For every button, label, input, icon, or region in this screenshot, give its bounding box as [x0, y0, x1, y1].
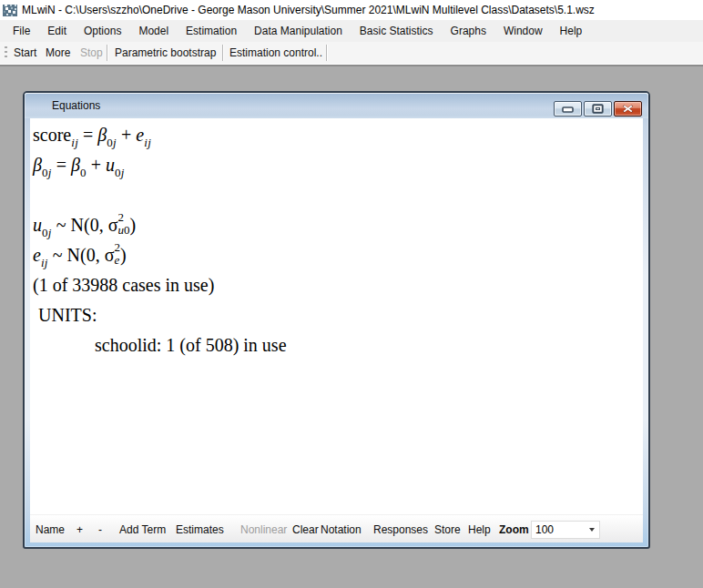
equations-button-zoom[interactable]: Zoom — [499, 523, 529, 536]
menu-bar: FileEditOptionsModelEstimationData Manip… — [0, 20, 703, 42]
equations-button-store[interactable]: Store — [434, 523, 461, 536]
toolbar-button-parametric-bootstrap[interactable]: Parametric bootstrap — [115, 46, 216, 59]
zoom-combobox[interactable]: 100 — [531, 521, 600, 539]
menu-item-window[interactable]: Window — [495, 20, 551, 42]
equations-button-item[interactable]: - — [98, 523, 102, 536]
equation-line-5[interactable]: eij ~ N(0, σ2e) — [33, 240, 643, 270]
close-button[interactable] — [614, 101, 642, 117]
equations-button-add-term[interactable]: Add Term — [119, 523, 166, 536]
equations-button-nonlinear[interactable]: Nonlinear — [240, 523, 287, 536]
toolbar-separator — [222, 45, 224, 61]
window-controls — [552, 101, 642, 117]
menu-item-file[interactable]: File — [5, 20, 38, 42]
equation-line-4[interactable]: u0j ~ N(0, σ2u0) — [33, 210, 643, 240]
equations-button-name[interactable]: Name — [36, 523, 65, 536]
combo-dropdown-arrow-icon[interactable] — [589, 528, 595, 532]
toolbar-button-stop[interactable]: Stop — [80, 46, 103, 59]
estimation-toolbar: StartMoreStopParametric bootstrapEstimat… — [0, 42, 703, 65]
toolbar-button-more[interactable]: More — [46, 46, 70, 59]
equation-line-6[interactable]: (1 of 33988 cases in use) — [33, 270, 643, 300]
minimize-button[interactable] — [554, 101, 582, 117]
equations-canvas[interactable]: scoreij = β0j + eijβ0j = β0 + u0ju0j ~ N… — [30, 118, 643, 514]
equation-line-2[interactable]: β0j = β0 + u0j — [33, 150, 643, 180]
toolbar-separator — [107, 45, 108, 61]
menu-item-options[interactable]: Options — [76, 20, 129, 42]
equations-button-responses[interactable]: Responses — [373, 523, 428, 536]
equations-window-title: Equations — [25, 99, 100, 112]
equations-toolbar: Name+-Add TermEstimatesNonlinearClearNot… — [30, 514, 643, 542]
restore-button[interactable] — [584, 101, 612, 117]
equations-button-help[interactable]: Help — [468, 523, 491, 536]
menu-item-data-manipulation[interactable]: Data Manipulation — [246, 20, 351, 42]
menu-item-model[interactable]: Model — [130, 20, 177, 42]
zoom-value: 100 — [535, 523, 554, 536]
equations-content: scoreij = β0j + eijβ0j = β0 + u0ju0j ~ N… — [30, 118, 643, 542]
screen: { "app": { "title": "MLwiN - C:\\Users\\… — [0, 0, 703, 588]
equation-line-3 — [33, 180, 643, 210]
menu-item-edit[interactable]: Edit — [39, 20, 75, 42]
menu-item-estimation[interactable]: Estimation — [178, 20, 245, 42]
sigma-squared-subscript: 2u0 — [117, 211, 129, 237]
equation-line-8[interactable]: schoolid: 1 (of 508) in use — [33, 330, 643, 360]
app-title: MLwiN - C:\Users\szzho\OneDrive - George… — [22, 4, 595, 16]
equations-button-item[interactable]: + — [76, 523, 83, 536]
equations-button-clear[interactable]: Clear — [292, 523, 319, 536]
toolbar-button-start[interactable]: Start — [14, 46, 36, 59]
restore-icon — [592, 104, 604, 114]
close-icon — [622, 104, 634, 114]
menu-item-help[interactable]: Help — [552, 20, 591, 42]
menu-item-basic-statistics[interactable]: Basic Statistics — [352, 20, 442, 42]
minimize-icon — [562, 106, 574, 113]
equations-button-estimates[interactable]: Estimates — [176, 523, 224, 536]
app-titlebar[interactable]: MLwiN - C:\Users\szzho\OneDrive - George… — [0, 0, 703, 20]
toolbar-grip-handle[interactable] — [5, 46, 7, 60]
equations-window: Equations scoreij = β0j + eijβ0j = β0 + … — [23, 91, 650, 549]
toolbar-button-estimation-control[interactable]: Estimation control.. — [229, 46, 322, 59]
toolbar-separator — [326, 45, 328, 61]
menu-item-graphs[interactable]: Graphs — [443, 20, 494, 42]
equations-button-notation[interactable]: Notation — [321, 523, 362, 536]
mlwin-app-icon — [3, 3, 17, 17]
equation-line-1[interactable]: scoreij = β0j + eij — [33, 120, 643, 150]
equation-line-7[interactable]: UNITS: — [33, 300, 643, 330]
toolbar-bottom-edge — [0, 65, 703, 66]
